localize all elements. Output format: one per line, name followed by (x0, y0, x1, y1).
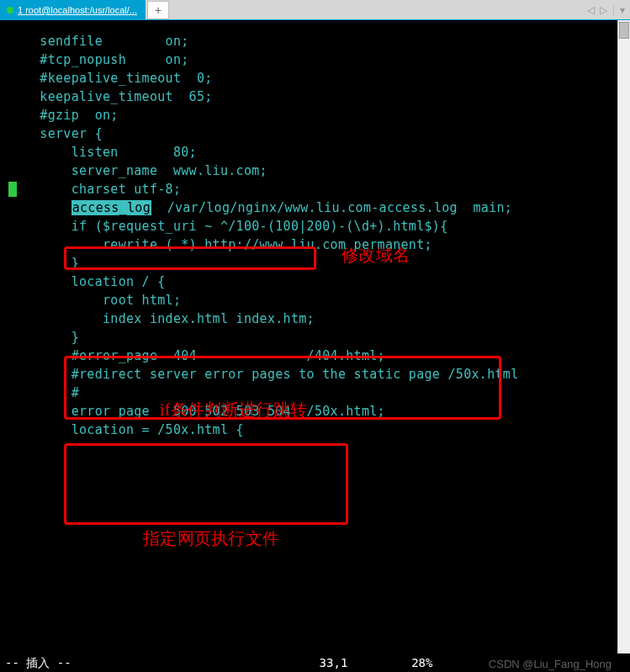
annotation-label: 指定网页执行文件 (143, 529, 279, 548)
tab-nav: ◁ ▷ | ▾ (587, 0, 630, 19)
code-line: # (0, 384, 630, 402)
watermark: CSDN @Liu_Fang_Hong (489, 658, 611, 670)
status-dot-icon (7, 7, 13, 13)
code-line: charset utf-8; (0, 180, 630, 198)
code-line: #error_page 404 /404.html; (0, 347, 630, 365)
code-line: location = /50x.html { (0, 421, 630, 439)
code-line: server_name www.liu.com; (0, 161, 630, 180)
code-line: sendfile on; (0, 32, 630, 50)
scroll-percent: 28% (411, 656, 432, 669)
cursor-indicator (8, 182, 17, 197)
prev-tab-icon[interactable]: ◁ (587, 4, 595, 16)
code-line: listen 80; (0, 143, 630, 161)
terminal-viewport[interactable]: sendfile on; #tcp_nopush on; #keepalive_… (0, 20, 630, 653)
code-line: } (0, 254, 630, 273)
code-line: keepalive_timeout 65; (0, 87, 630, 106)
code-line: #redirect server error pages to the stat… (0, 365, 630, 384)
tab-title: 1 root@localhost:/usr/local/... (18, 5, 137, 15)
code-line: index index.html index.htm; (0, 310, 630, 328)
code-line: if ($request_uri ~ ^/100-(100|200)-(\d+)… (0, 217, 630, 235)
scrollbar-thumb[interactable] (619, 22, 629, 39)
code-line: server { (0, 124, 630, 143)
tab-menu-icon[interactable]: ▾ (620, 4, 625, 16)
highlighted-text: access_log (71, 200, 151, 215)
code-line: #tcp_nopush on; (0, 50, 630, 69)
terminal-tab[interactable]: 1 root@localhost:/usr/local/... (0, 0, 146, 19)
vim-mode: -- 插入 -- (5, 656, 71, 669)
scrollbar[interactable] (617, 20, 630, 672)
new-tab-button[interactable]: + (147, 1, 169, 19)
code-line: rewrite (.*) http://www.liu.com permanen… (0, 235, 630, 254)
tab-bar: 1 root@localhost:/usr/local/... + ◁ ▷ | … (0, 0, 630, 20)
code-line: root html; (0, 291, 630, 310)
code-line: #keepalive_timeout 0; (0, 69, 630, 87)
cursor-position: 33,1 (320, 656, 348, 669)
code-line: access_log /var/log/nginx/www.liu.com-ac… (0, 198, 630, 217)
code-line: error_page 500 502 503 504 /50x.html; (0, 402, 630, 421)
annotation-box (64, 443, 348, 525)
next-tab-icon[interactable]: ▷ (600, 4, 607, 16)
code-line: #gzip on; (0, 106, 630, 124)
code-line: location / { (0, 273, 630, 291)
code-line: } (0, 328, 630, 347)
